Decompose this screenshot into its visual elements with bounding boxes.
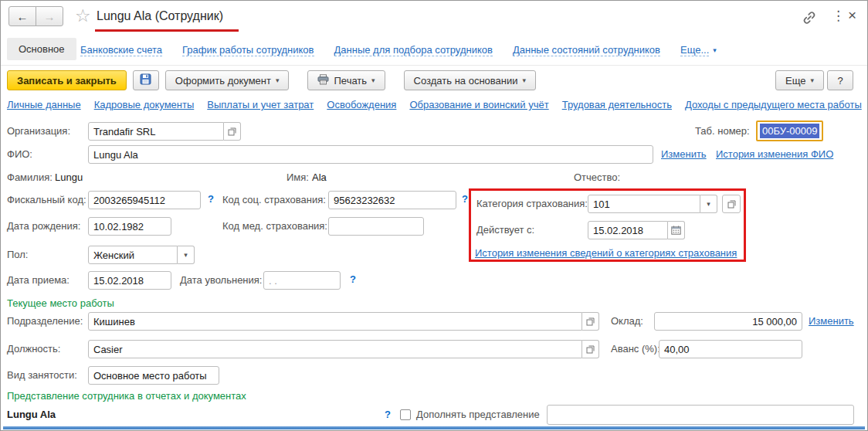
save-button[interactable]	[133, 70, 159, 90]
medical-code-input[interactable]	[328, 217, 424, 236]
tab-number-label: Таб. номер:	[695, 125, 750, 137]
position-input[interactable]: Casier	[88, 340, 582, 358]
append-presentation-checkbox[interactable]	[400, 409, 411, 420]
issue-document-button[interactable]: Оформить документ ▾	[165, 70, 290, 90]
fio-history-link[interactable]: История изменения ФИО	[716, 148, 833, 160]
chevron-down-icon: ▾	[276, 77, 280, 84]
link-payments-costs[interactable]: Выплаты и учет затрат	[207, 99, 314, 110]
tab-main-label: Основное	[19, 43, 65, 55]
print-button[interactable]: Печать ▾	[307, 70, 385, 90]
social-help-icon[interactable]: ?	[462, 193, 468, 205]
social-code-input[interactable]: 95623232632	[328, 191, 456, 209]
tabs-separator	[1, 65, 867, 66]
chevron-down-icon[interactable]: ▾	[178, 246, 195, 264]
help-button[interactable]: ?	[827, 70, 853, 90]
section-links-row: Личные данные Кадровые документы Выплаты…	[7, 99, 862, 110]
fio-label: ФИО:	[7, 148, 32, 160]
department-field: Кишинев	[88, 312, 599, 331]
chevron-down-icon: ▾	[371, 77, 375, 84]
get-link-icon[interactable]	[801, 9, 818, 29]
nav-more-menu[interactable]: Еще... ▾	[680, 44, 717, 56]
organization-input[interactable]: Trandafir SRL	[88, 122, 224, 141]
valid-from-field: 15.02.2018	[588, 221, 685, 239]
more-label: Еще	[785, 75, 805, 87]
gender-label: Пол:	[7, 249, 29, 260]
tab-number-field[interactable]: 00БУ-00009	[756, 120, 823, 141]
link-personal-data[interactable]: Личные данные	[7, 99, 81, 110]
nav-link-work-schedule[interactable]: График работы сотрудников	[182, 44, 314, 56]
nav-links-row: Банковские счета График работы сотрудник…	[80, 44, 717, 56]
change-salary-link[interactable]: Изменить	[809, 315, 854, 327]
department-input[interactable]: Кишинев	[88, 312, 582, 331]
back-arrow-icon: ←	[17, 10, 29, 23]
issue-document-label: Оформить документ	[175, 75, 271, 87]
employee-form-window: ← → ☆ Lungu Ala (Сотрудник) ⋮ × Основное…	[0, 0, 868, 431]
dismissal-help-icon[interactable]: ?	[350, 273, 356, 285]
save-close-label: Записать и закрыть	[17, 75, 117, 87]
gender-input[interactable]: Женский	[88, 246, 178, 264]
insurance-category-label: Категория страхования:	[476, 198, 588, 209]
hire-date-input[interactable]: 15.02.2018	[88, 271, 171, 290]
create-based-on-label: Создать на основании	[414, 75, 518, 87]
valid-from-input[interactable]: 15.02.2018	[588, 221, 668, 239]
open-icon[interactable]	[722, 195, 741, 213]
fiscal-code-input[interactable]: 2003265945112	[88, 191, 201, 209]
current-place-section-header: Текущее место работы	[7, 297, 114, 309]
position-label: Должность:	[7, 343, 60, 355]
medical-code-label: Код мед. страхования:	[222, 220, 327, 232]
advance-label: Аванс (%):	[611, 343, 660, 355]
change-fio-link[interactable]: Изменить	[661, 148, 707, 160]
chevron-down-icon[interactable]: ▾	[700, 195, 717, 213]
window-menu-icon[interactable]: ⋮	[832, 8, 845, 24]
tab-main[interactable]: Основное	[7, 38, 76, 60]
print-label: Печать	[334, 75, 367, 87]
tab-number-input[interactable]: 00БУ-00009	[760, 124, 819, 138]
fio-input[interactable]: Lungu Ala	[88, 145, 653, 164]
save-close-button[interactable]: Записать и закрыть	[7, 70, 127, 90]
social-code-label: Код соц. страхования:	[222, 194, 326, 205]
nav-link-status-data[interactable]: Данные состояний сотрудников	[513, 44, 660, 56]
link-labor-activity[interactable]: Трудовая деятельность	[562, 99, 672, 110]
printer-icon	[317, 74, 329, 87]
open-icon[interactable]	[224, 122, 241, 141]
forward-arrow-icon: →	[44, 10, 56, 23]
chevron-down-icon: ▾	[810, 77, 814, 84]
advance-input[interactable]: 40,00	[659, 340, 802, 358]
close-icon[interactable]: ×	[848, 7, 856, 24]
nav-link-selection-data[interactable]: Данные для подбора сотрудников	[334, 44, 493, 56]
salary-input[interactable]: 15 000,00	[654, 312, 802, 331]
open-icon[interactable]	[582, 340, 599, 358]
department-label: Подразделение:	[7, 315, 83, 327]
insurance-category-input[interactable]: 101	[588, 195, 700, 213]
append-presentation-input[interactable]	[547, 405, 854, 425]
nav-link-bank-accounts[interactable]: Банковские счета	[80, 44, 162, 56]
dismissal-date-input[interactable]: . .	[263, 271, 341, 290]
salary-label: Оклад:	[611, 315, 643, 327]
toolbar: Записать и закрыть Оформить документ ▾ П…	[7, 70, 536, 90]
create-based-on-button[interactable]: Создать на основании ▾	[404, 70, 536, 90]
firstname-value: Ala	[312, 171, 327, 183]
surname-value: Lungu	[55, 171, 83, 183]
fiscal-help-icon[interactable]: ?	[208, 193, 214, 205]
employment-type-input[interactable]: Основное место работы	[88, 366, 219, 385]
employment-type-label: Вид занятости:	[7, 369, 77, 381]
birth-date-input[interactable]: 10.02.1982	[88, 217, 171, 236]
dismissal-date-label: Дата увольнения:	[180, 274, 262, 286]
link-exemptions[interactable]: Освобождения	[327, 99, 396, 110]
calendar-icon[interactable]	[668, 221, 685, 239]
presentation-help-icon[interactable]: ?	[385, 409, 391, 420]
favorite-star-icon[interactable]: ☆	[75, 5, 91, 26]
more-button[interactable]: Еще ▾	[775, 70, 824, 90]
open-icon[interactable]	[582, 312, 599, 331]
forward-button[interactable]: →	[36, 6, 63, 26]
chevron-down-icon: ▾	[713, 47, 717, 54]
floppy-save-icon	[140, 73, 151, 87]
link-previous-income[interactable]: Доходы с предыдущего места работы	[685, 99, 862, 110]
insurance-category-combo: 101 ▾	[588, 195, 717, 213]
link-hr-documents[interactable]: Кадровые документы	[94, 99, 195, 110]
link-education-military[interactable]: Образование и воинский учёт	[409, 99, 548, 110]
back-button[interactable]: ←	[8, 6, 36, 26]
insurance-history-link[interactable]: История изменения сведений о категориях …	[475, 247, 737, 259]
surname-label: Фамилия:	[7, 171, 53, 183]
title-underline-annotation	[95, 29, 239, 32]
